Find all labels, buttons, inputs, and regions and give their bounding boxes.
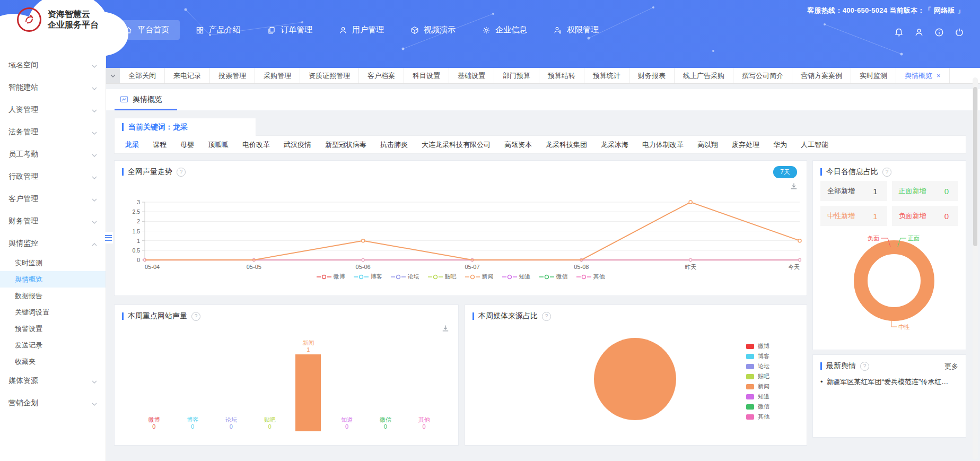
nav-item[interactable]: 企业信息 <box>471 20 538 40</box>
legend-item[interactable]: 贴吧 <box>428 273 457 281</box>
bar-column[interactable]: 新闻1 <box>289 337 328 431</box>
sidebar-group[interactable]: 财务管理 <box>0 210 106 232</box>
sidebar-subitem[interactable]: 发送记录 <box>0 337 106 353</box>
bar-column[interactable]: 微博0 <box>135 337 173 431</box>
pie-legend-item[interactable]: 博客 <box>746 351 769 361</box>
tab[interactable]: 科目设置 <box>404 68 449 83</box>
keyword-item[interactable]: 武汉疫情 <box>284 140 311 150</box>
help-icon[interactable]: ? <box>882 168 891 177</box>
keyword-item[interactable]: 新型冠状病毒 <box>325 140 366 150</box>
section-tab-overview[interactable]: 舆情概览 <box>115 89 177 110</box>
tab[interactable]: 来电记录 <box>165 68 210 83</box>
keyword-item[interactable]: 抗击肺炎 <box>380 140 408 150</box>
tab[interactable]: 营销方案案例 <box>792 68 851 83</box>
pie-legend-item[interactable]: 新闻 <box>746 381 769 392</box>
sidebar-group[interactable]: 舆情监控 <box>0 232 106 255</box>
sidebar-group[interactable]: 营销企划 <box>0 392 106 414</box>
range-badge[interactable]: 7天 <box>773 166 797 178</box>
tab[interactable]: 预算结转 <box>539 68 584 83</box>
keyword-item[interactable]: 人工智能 <box>801 140 828 150</box>
download-icon[interactable] <box>790 182 798 193</box>
sidebar-subitem[interactable]: 数据报告 <box>0 288 106 304</box>
sidebar-group[interactable]: 人资管理 <box>0 99 106 121</box>
pie-legend-item[interactable]: 其他 <box>746 412 769 422</box>
tab[interactable]: 客户档案 <box>359 68 404 83</box>
nav-item[interactable]: 视频演示 <box>400 20 466 40</box>
tab[interactable]: 基础设置 <box>449 68 494 83</box>
pie-legend-item[interactable]: 微信 <box>746 402 769 412</box>
legend-item[interactable]: 新闻 <box>465 273 494 281</box>
legend-item[interactable]: 微博 <box>317 273 345 281</box>
sidebar-group[interactable]: 客户管理 <box>0 188 106 210</box>
close-icon[interactable]: × <box>937 72 941 80</box>
tab[interactable]: 资质证照管理 <box>300 68 359 83</box>
tab[interactable]: 全部关闭 <box>120 68 165 83</box>
download-icon[interactable] <box>441 324 450 335</box>
keyword-item[interactable]: 电价改革 <box>242 140 270 150</box>
keyword-item[interactable]: 龙采冰海 <box>601 140 628 150</box>
legend-item[interactable]: 博客 <box>354 273 382 281</box>
sidebar-subitem[interactable]: 预警设置 <box>0 320 106 337</box>
bar-column[interactable]: 其他0 <box>405 337 443 431</box>
keyword-item[interactable]: 龙采科技集团 <box>546 140 587 150</box>
sidebar-group[interactable]: 员工考勤 <box>0 143 106 166</box>
sidebar-collapse-handle[interactable] <box>104 232 113 243</box>
info-icon[interactable] <box>934 28 944 37</box>
sidebar-subitem[interactable]: 关键词设置 <box>0 304 106 320</box>
tab[interactable]: 采购管理 <box>255 68 300 83</box>
sidebar-group[interactable]: 媒体资源 <box>0 370 106 392</box>
legend-item[interactable]: 其他 <box>576 273 605 281</box>
tab[interactable]: 财务报表 <box>629 68 675 83</box>
keyword-item[interactable]: 废弃处理 <box>732 140 759 150</box>
legend-item[interactable]: 论坛 <box>391 273 419 281</box>
bar-column[interactable]: 微信0 <box>366 337 405 431</box>
keyword-item[interactable]: 高瓴资本 <box>504 140 532 150</box>
keyword-item[interactable]: 电力体制改革 <box>642 140 684 150</box>
bar-column[interactable]: 知道0 <box>328 337 366 431</box>
bar-column[interactable]: 博客0 <box>173 337 212 431</box>
pie-legend-item[interactable]: 知道 <box>746 392 769 402</box>
sidebar-group[interactable]: 智能建站 <box>0 76 106 99</box>
keyword-item[interactable]: 母婴 <box>180 140 194 150</box>
keyword-item[interactable]: 华为 <box>773 140 787 150</box>
keyword-item[interactable]: 龙采 <box>125 140 139 150</box>
scrollbar-thumb[interactable] <box>973 87 977 246</box>
sidebar-subitem[interactable]: 实时监测 <box>0 255 106 271</box>
account-icon[interactable] <box>914 28 924 37</box>
sidebar-subitem[interactable]: 舆情概览 <box>0 271 106 288</box>
power-icon[interactable] <box>955 28 964 37</box>
tab[interactable]: 投票管理 <box>210 68 255 83</box>
keyword-item[interactable]: 顶呱呱 <box>208 140 229 150</box>
tab[interactable]: 预算统计 <box>584 68 629 83</box>
bell-icon[interactable] <box>894 28 904 37</box>
bar-column[interactable]: 论坛0 <box>212 337 251 431</box>
bar-column[interactable]: 贴吧0 <box>250 337 289 431</box>
vertical-scrollbar[interactable] <box>973 77 978 459</box>
tab[interactable]: 舆情概览× <box>896 68 950 83</box>
tab[interactable]: 实时监测 <box>851 68 896 83</box>
more-link[interactable]: 更多 <box>944 362 958 371</box>
keyword-item[interactable]: 课程 <box>153 140 167 150</box>
legend-item[interactable]: 微信 <box>539 273 568 281</box>
help-icon[interactable]: ? <box>860 362 869 371</box>
help-icon[interactable]: ? <box>191 312 200 321</box>
tabs-dropdown-button[interactable] <box>106 68 120 83</box>
nav-item[interactable]: 用户管理 <box>328 20 395 40</box>
news-item[interactable]: •新疆军区某红军团“爱兵模范连”传承红色... <box>820 377 958 387</box>
nav-item[interactable]: 订单管理 <box>257 20 323 40</box>
sidebar-group[interactable]: 法务管理 <box>0 121 106 143</box>
tab[interactable]: 部门预算 <box>494 68 539 83</box>
sidebar-group[interactable]: 行政管理 <box>0 166 106 188</box>
keyword-item[interactable]: 高以翔 <box>697 140 718 150</box>
tab[interactable]: 撰写公司简介 <box>733 68 792 83</box>
legend-item[interactable]: 知道 <box>502 273 531 281</box>
help-icon[interactable]: ? <box>177 168 186 177</box>
sidebar-subitem[interactable]: 收藏夹 <box>0 353 106 370</box>
pie-legend-item[interactable]: 微博 <box>746 341 769 351</box>
nav-item[interactable]: 产品介绍 <box>185 20 251 40</box>
tab[interactable]: 线上广告采购 <box>675 68 733 83</box>
pie-legend-item[interactable]: 贴吧 <box>746 371 769 381</box>
nav-item[interactable]: 权限管理 <box>543 20 609 40</box>
pie-legend-item[interactable]: 论坛 <box>746 361 769 371</box>
help-icon[interactable]: ? <box>542 312 551 321</box>
